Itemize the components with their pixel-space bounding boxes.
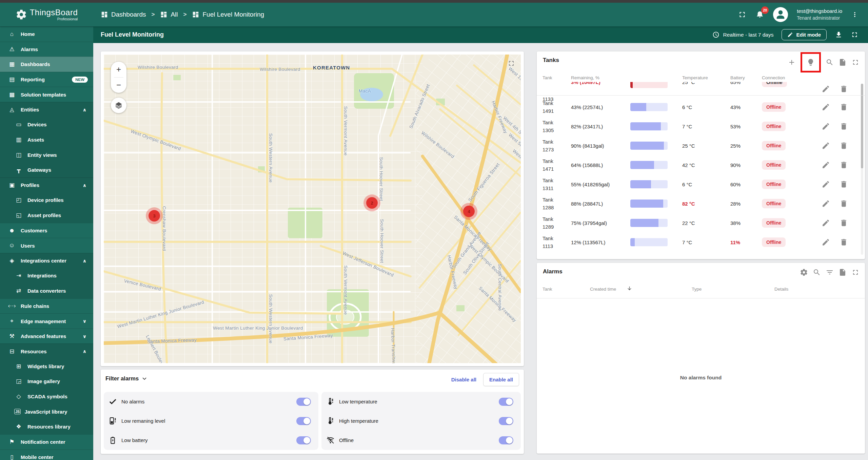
table-row[interactable]: Tank 1289 75% (37954gal) 22 °C 38% Offli… [537,213,865,232]
map-marker[interactable]: 2 [366,197,378,209]
sort-descending-icon[interactable] [627,286,632,291]
sidebar-item-resources-library[interactable]: ❖ Resources library [0,419,93,434]
delete-row-icon[interactable] [840,141,848,150]
sidebar-item-dashboards[interactable]: ▦ Dashboards [0,57,93,72]
sidebar-item-widgets-library[interactable]: ⊞ Widgets library [0,359,93,374]
sidebar-item-image-gallery[interactable]: ◲ Image gallery [0,374,93,389]
column-header-connection[interactable]: Connection [762,75,785,80]
search-icon[interactable] [826,58,834,66]
fullscreen-icon[interactable] [738,10,747,19]
delete-row-icon[interactable] [840,238,848,246]
delete-row-icon[interactable] [840,199,848,208]
sidebar-item-notification-center[interactable]: ⚑ Notification center [0,434,93,449]
enable-all-button[interactable]: Enable all [483,373,519,386]
add-tank-button[interactable] [788,58,796,66]
edit-row-icon[interactable] [822,161,830,169]
column-header-tank[interactable]: Tank [542,287,552,292]
delete-row-icon[interactable] [840,180,848,188]
sidebar-item-profiles[interactable]: ▣ Profiles ∧ [0,177,93,193]
edit-row-icon[interactable] [822,141,830,150]
toggle-switch[interactable] [296,436,311,444]
column-header-details[interactable]: Details [774,287,788,292]
filter-icon[interactable] [826,268,834,276]
settings-gear-icon[interactable] [800,268,808,276]
delete-row-icon[interactable] [840,85,848,93]
sidebar-item-users[interactable]: ☺ Users [0,238,93,253]
sidebar-item-asset-profiles[interactable]: ◱ Asset profiles [0,208,93,223]
export-icon[interactable] [839,268,847,276]
sidebar-item-advanced-features[interactable]: ⚒ Advanced features ∨ [0,329,93,344]
sidebar-item-edge-management[interactable]: ⌖ Edge management ∨ [0,313,93,329]
table-row[interactable]: Tank 1471 64% (15688L) 42 °C 90% Offline [537,155,865,174]
filter-alarms-title[interactable]: Filter alarms [105,375,147,382]
edit-row-icon[interactable] [822,238,830,246]
column-header-created-time[interactable]: Created time [590,287,616,292]
sidebar-item-rule-chains[interactable]: ‹··› Rule chains [0,298,93,314]
widget-fullscreen-icon[interactable] [851,58,860,66]
sidebar-item-reporting[interactable]: ▤ Reporting NEW [0,72,93,87]
lightbulb-icon[interactable] [807,58,815,66]
sidebar-item-home[interactable]: ⌂ Home [0,26,93,42]
delete-row-icon[interactable] [840,103,848,111]
breadcrumb-dashboards[interactable]: Dashboards [101,11,146,18]
sidebar-item-integrations[interactable]: ⇥ Integrations [0,268,93,284]
table-row[interactable]: Tank 1273 90% (8413gal) 25 °C 25% Offlin… [537,136,865,155]
kebab-menu-icon[interactable] [851,11,859,18]
edit-row-icon[interactable] [822,180,830,188]
edit-mode-button[interactable]: Edit mode [782,29,827,40]
table-row[interactable]: Tank 1305 82% (23417L) 7 °C 53% Offline [537,117,865,136]
edit-row-icon[interactable] [822,218,830,227]
delete-row-icon[interactable] [840,122,848,130]
map-fullscreen-icon[interactable] [507,59,515,67]
search-icon[interactable] [813,268,821,276]
sidebar-item-customers[interactable]: ☻ Customers [0,223,93,238]
toggle-switch[interactable] [296,417,311,425]
map-marker[interactable]: 3 [149,210,160,222]
sidebar-item-scada-symbols[interactable]: ◇ SCADA symbols [0,389,93,404]
sidebar-item-entity-views[interactable]: ◫ Entity views [0,147,93,163]
toggle-switch[interactable] [296,398,311,406]
edit-row-icon[interactable] [822,199,830,208]
delete-row-icon[interactable] [840,161,848,169]
delete-row-icon[interactable] [840,218,848,227]
avatar[interactable] [773,7,788,22]
download-icon[interactable] [835,31,843,39]
edit-row-icon[interactable] [822,122,830,130]
sidebar-item-assets[interactable]: ▥ Assets [0,132,93,147]
edit-row-icon[interactable] [822,85,830,93]
toggle-switch[interactable] [499,417,513,425]
fullscreen-icon[interactable] [851,31,859,39]
sidebar-item-data-converters[interactable]: ⇄ Data converters [0,283,93,298]
breadcrumb-current-dashboard[interactable]: Fuel Level Monitoring [192,11,264,18]
column-header-remaining[interactable]: Remaining, % [571,75,599,80]
table-scrollbar[interactable] [861,84,863,255]
toggle-switch[interactable] [499,398,513,406]
map-marker[interactable]: 4 [463,206,475,217]
thingsboard-logo[interactable]: ThingsBoard Professional [0,3,93,26]
sidebar-item-alarms[interactable]: ⚠ Alarms [0,42,93,57]
notifications-button[interactable]: 20 [755,9,764,20]
zoom-in-button[interactable]: + [111,62,126,77]
table-row[interactable]: Tank 1311 55% (418265gal) 6 °C 60% Offli… [537,174,865,194]
time-range-button[interactable]: Realtime - last 7 days [712,31,773,38]
table-row[interactable]: Tank 1288 88% (28847L) 82 °C 28% Offline [537,194,865,213]
scrollbar-thumb[interactable] [861,84,863,168]
sidebar-item-devices[interactable]: ▭ Devices [0,117,93,132]
widget-fullscreen-icon[interactable] [851,268,860,276]
export-icon[interactable] [839,58,847,66]
table-row-clipped[interactable]: 3% (10497L) 25 °C 65% Offline [537,82,865,95]
column-header-temperature[interactable]: Temperature [682,75,708,80]
table-row[interactable]: Tank 1113 12% (113567L) 7 °C 11% Offline [537,232,865,252]
map-layers-button[interactable] [111,98,126,113]
sidebar-item-entities[interactable]: ◬ Entities ∧ [0,102,93,117]
edit-row-icon[interactable] [822,103,830,111]
sidebar-item-integrations-center[interactable]: ◈ Integrations center ∧ [0,253,93,268]
column-header-tank[interactable]: Tank [542,75,552,80]
sidebar-item-solution-templates[interactable]: ▩ Solution templates [0,87,93,102]
sidebar-item-resources[interactable]: ⊟ Resources ∧ [0,343,93,359]
toggle-switch[interactable] [499,436,513,444]
column-header-battery[interactable]: Battery [730,75,745,80]
table-row[interactable]: Tank 1491 43% (22574L) 6 °C 43% Offline [537,97,865,117]
breadcrumb-all[interactable]: All [160,11,178,18]
disable-all-button[interactable]: Disable all [449,374,478,385]
